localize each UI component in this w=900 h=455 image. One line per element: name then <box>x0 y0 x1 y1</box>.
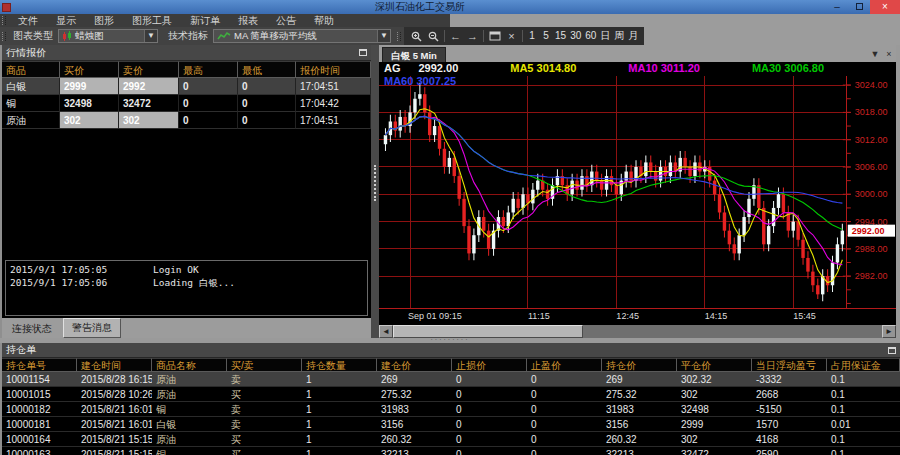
menu-item-7[interactable]: 公告 <box>267 14 305 27</box>
quote-cell-time[interactable]: 17:04:42 <box>296 95 371 112</box>
position-cell[interactable]: 2015/8/21 16:01:18 <box>77 417 152 432</box>
position-cell[interactable]: 10000163 <box>2 447 77 455</box>
position-cell[interactable]: 白银 <box>152 417 227 432</box>
tab-alert-messages[interactable]: 警告消息 <box>63 318 121 338</box>
position-cell[interactable]: 卖 <box>227 417 302 432</box>
menu-item-8[interactable]: 帮助 <box>305 14 343 27</box>
position-cell[interactable]: 31983 <box>377 402 452 417</box>
menu-item-3[interactable]: 图形 <box>85 14 123 27</box>
position-cell[interactable]: 2668 <box>752 387 827 402</box>
menubar-grip[interactable] <box>2 16 6 25</box>
position-cell[interactable]: 302 <box>677 387 752 402</box>
position-cell[interactable]: 0 <box>452 447 527 455</box>
position-cell[interactable]: 269 <box>602 372 677 387</box>
quote-cell-ask[interactable]: 32472 <box>119 95 179 112</box>
position-cell[interactable]: 0.01 <box>827 417 900 432</box>
position-cell[interactable]: 买 <box>227 432 302 447</box>
period-button-周[interactable]: 周 <box>612 27 626 45</box>
position-cell[interactable]: 2015/8/21 15:15:24 <box>77 432 152 447</box>
position-cell[interactable]: 0.1 <box>827 402 900 417</box>
position-cell[interactable]: 2590 <box>752 447 827 455</box>
zoom-in-button[interactable] <box>408 29 425 44</box>
period-button-30[interactable]: 30 <box>568 27 583 45</box>
minimize-button[interactable]: – <box>826 0 848 14</box>
position-cell[interactable]: 0 <box>527 447 602 455</box>
period-button-1[interactable]: 1 <box>525 27 539 45</box>
position-cell[interactable]: 32213 <box>377 447 452 455</box>
position-cell[interactable]: 0.1 <box>827 372 900 387</box>
indicator-dropdown[interactable]: MA 简单移动平均线 ▼ <box>213 29 391 43</box>
quote-cell-name[interactable]: 白银 <box>2 78 60 95</box>
period-button-60[interactable]: 60 <box>583 27 598 45</box>
tab-connection-status[interactable]: 连接状态 <box>4 320 60 338</box>
position-cell[interactable]: 302 <box>677 432 752 447</box>
quote-cell-name[interactable]: 铜 <box>2 95 60 112</box>
position-cell[interactable]: 2999 <box>677 417 752 432</box>
position-cell[interactable]: 4168 <box>752 432 827 447</box>
quote-cell-ask[interactable]: 2992 <box>119 78 179 95</box>
position-cell[interactable]: 0 <box>452 387 527 402</box>
period-button-15[interactable]: 15 <box>553 27 568 45</box>
position-cell[interactable]: 0 <box>527 402 602 417</box>
zoom-out-button[interactable] <box>425 29 442 44</box>
menu-item-6[interactable]: 报表 <box>229 14 267 27</box>
position-cell[interactable]: 2015/8/21 16:01:29 <box>77 402 152 417</box>
position-cell[interactable]: 原油 <box>152 372 227 387</box>
quote-cell-time[interactable]: 17:04:51 <box>296 78 371 95</box>
position-cell[interactable]: 31983 <box>602 402 677 417</box>
position-cell[interactable]: 275.32 <box>377 387 452 402</box>
position-cell[interactable]: 0 <box>527 417 602 432</box>
quote-cell-high[interactable]: 0 <box>179 95 238 112</box>
position-cell[interactable]: 铜 <box>152 447 227 455</box>
scroll-right-button[interactable]: → <box>464 29 481 44</box>
position-cell[interactable]: 10000182 <box>2 402 77 417</box>
period-button-5[interactable]: 5 <box>539 27 553 45</box>
chevron-down-icon[interactable]: ▼ <box>144 30 157 42</box>
restore-panel-icon[interactable] <box>888 347 896 354</box>
position-cell[interactable]: 2015/8/21 15:15:01 <box>77 447 152 455</box>
close-tab-icon[interactable]: × <box>882 46 896 62</box>
restore-panel-icon[interactable] <box>359 49 367 56</box>
chart-type-dropdown[interactable]: 蜡烛图 ▼ <box>58 29 158 43</box>
position-cell[interactable]: 原油 <box>152 387 227 402</box>
position-cell[interactable]: -5150 <box>752 402 827 417</box>
quote-cell-bid[interactable]: 32498 <box>60 95 119 112</box>
position-cell[interactable]: 10000164 <box>2 432 77 447</box>
position-cell[interactable]: 1570 <box>752 417 827 432</box>
menu-item-4[interactable]: 图形工具 <box>123 14 181 27</box>
vertical-splitter[interactable] <box>371 45 379 338</box>
position-cell[interactable]: 269 <box>377 372 452 387</box>
quote-cell-bid[interactable]: 2999 <box>60 78 119 95</box>
position-cell[interactable]: 1 <box>302 372 377 387</box>
position-cell[interactable]: 0 <box>527 432 602 447</box>
quote-cell-low[interactable]: 0 <box>238 78 296 95</box>
position-cell[interactable]: 买 <box>227 447 302 455</box>
position-cell[interactable]: 10001154 <box>2 372 77 387</box>
position-cell[interactable]: 卖 <box>227 402 302 417</box>
maximize-button[interactable] <box>848 0 870 14</box>
position-cell[interactable]: 0.1 <box>827 432 900 447</box>
position-cell[interactable]: 3156 <box>602 417 677 432</box>
position-cell[interactable]: 原油 <box>152 432 227 447</box>
position-cell[interactable]: 10001015 <box>2 387 77 402</box>
quote-cell-name[interactable]: 原油 <box>2 112 60 129</box>
position-cell[interactable]: 1 <box>302 417 377 432</box>
quote-cell-low[interactable]: 0 <box>238 95 296 112</box>
close-chart-button[interactable]: × <box>503 29 520 44</box>
position-cell[interactable]: 260.32 <box>377 432 452 447</box>
menu-item-2[interactable]: 显示 <box>47 14 85 27</box>
position-cell[interactable]: 0 <box>527 387 602 402</box>
chevron-down-icon[interactable]: ▼ <box>868 46 882 62</box>
position-cell[interactable]: 0 <box>527 372 602 387</box>
chevron-down-icon[interactable]: ▼ <box>377 30 390 42</box>
position-cell[interactable]: 0.1 <box>827 447 900 455</box>
position-cell[interactable]: 0 <box>452 417 527 432</box>
scrollbar-left-arrow[interactable]: ◄ <box>379 325 393 338</box>
position-cell[interactable]: 0 <box>452 432 527 447</box>
quote-cell-high[interactable]: 0 <box>179 112 238 129</box>
position-cell[interactable]: 1 <box>302 432 377 447</box>
position-cell[interactable]: 铜 <box>152 402 227 417</box>
position-cell[interactable]: 32213 <box>602 447 677 455</box>
quote-cell-bid[interactable]: 302 <box>60 112 119 129</box>
position-cell[interactable]: 0 <box>452 402 527 417</box>
